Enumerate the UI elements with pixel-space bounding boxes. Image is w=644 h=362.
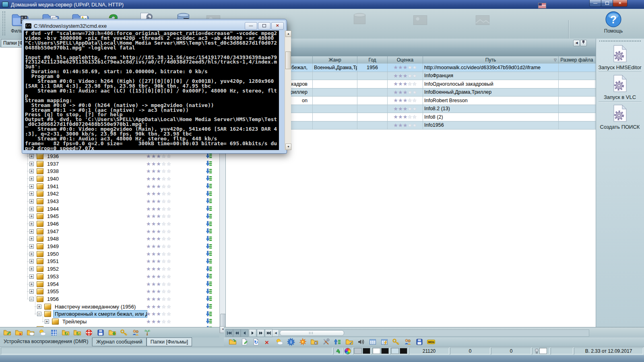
tree-scrollbar-thumb[interactable] (220, 314, 226, 327)
download-icon[interactable] (206, 191, 212, 197)
rating-stars[interactable]: ★★★★★ (146, 251, 171, 257)
rating-stars[interactable]: ★★★★★ (146, 228, 171, 234)
download-icon[interactable] (206, 288, 212, 295)
download-icon[interactable] (206, 206, 212, 212)
filter-icon[interactable]: ▽ (554, 58, 557, 62)
key-icon[interactable] (392, 338, 400, 346)
tree-item[interactable]: 1936★★★★★ (0, 152, 219, 160)
weather-icon[interactable] (38, 329, 46, 337)
cmd-window[interactable]: C:\ C:\Windows\system32\cmd.exe — ✕ f dv… (22, 19, 287, 153)
tools-icon[interactable] (322, 338, 330, 346)
palm-icon[interactable] (143, 329, 151, 337)
rating-stars[interactable]: ★★★★★ (146, 243, 171, 249)
prev-page-button[interactable] (233, 329, 241, 337)
save-icon[interactable] (415, 338, 423, 346)
rating-stars[interactable]: ★★★★★ (388, 113, 423, 121)
download-icon[interactable] (206, 228, 212, 234)
rating-stars[interactable]: ★★★★★ (146, 176, 171, 182)
column-header-size[interactable]: Размер файла (559, 56, 595, 64)
scroll-down-button[interactable]: ▼ (285, 144, 291, 150)
last-record-button[interactable] (265, 329, 272, 337)
column-header-rating[interactable]: Оценка (388, 56, 423, 64)
expand-icon[interactable] (29, 222, 34, 226)
download-icon[interactable] (206, 303, 212, 310)
console-scrollbar[interactable]: ▲ ▼ (285, 31, 291, 150)
panel-grip[interactable] (599, 41, 641, 43)
expand-icon[interactable] (29, 229, 34, 234)
rating-stars[interactable]: ★★★★★ (146, 221, 171, 227)
rating-stars[interactable]: ★★★★★ (146, 206, 171, 212)
column-header-path[interactable]: Путь▽ (423, 56, 559, 64)
download-icon[interactable] (206, 311, 212, 317)
download-icon[interactable] (206, 318, 212, 325)
minimize-button[interactable]: — (589, 0, 601, 7)
burst-icon[interactable] (299, 338, 307, 346)
expand-icon[interactable] (29, 162, 34, 166)
expand-icon[interactable] (29, 184, 34, 189)
delete-icon[interactable]: × (264, 338, 272, 346)
rating-stars[interactable]: ★★★★★ (388, 72, 423, 80)
download-icon[interactable] (206, 168, 212, 175)
rating-stars[interactable]: ★★★★★ (146, 304, 171, 310)
tree-item[interactable]: 1952★★★★★ (0, 265, 219, 273)
tree-item[interactable]: 1955★★★★★ (0, 288, 219, 295)
download-icon[interactable] (206, 175, 212, 182)
tree-item[interactable]: 1945★★★★★ (0, 213, 219, 220)
key-icon[interactable] (120, 329, 128, 337)
rating-stars[interactable]: ★★★★★ (146, 236, 171, 242)
rating-stars[interactable]: ★★★★★ (146, 161, 171, 167)
tree-item[interactable]: 1954★★★★★ (0, 280, 219, 288)
refresh-page-icon[interactable]: ↻ (252, 338, 260, 346)
horizontal-scrollbar[interactable] (279, 329, 589, 337)
sound-icon[interactable] (357, 338, 365, 346)
gear-info-icon[interactable]: i (287, 338, 295, 346)
collapse-icon[interactable] (37, 312, 41, 316)
grid-view-icon[interactable] (369, 338, 377, 346)
next-page-button[interactable] (257, 329, 264, 337)
rating-stars[interactable]: ★★★★★ (388, 64, 423, 72)
column-header-year[interactable]: Год (357, 56, 388, 64)
rating-stars[interactable]: ★★★★★ (388, 97, 423, 105)
launch-hmseditor-button[interactable]: Запуск HMSEditor (597, 44, 643, 70)
create-search-button[interactable]: Создать ПОИСК (597, 104, 643, 130)
download-icon[interactable] (206, 281, 212, 287)
rating-stars[interactable]: ★★★★★ (388, 121, 423, 130)
tree-item[interactable]: 1950★★★★★ (0, 250, 219, 258)
download-icon[interactable] (206, 296, 212, 302)
refresh-folder-icon[interactable]: ↻ (62, 329, 70, 337)
tab-folders-films[interactable]: Папки [Фильмы] (147, 337, 192, 346)
next-record-button[interactable] (249, 329, 256, 337)
tree-item[interactable]: 1953★★★★★ (0, 273, 219, 280)
console-scrollbar-thumb[interactable] (285, 51, 291, 69)
cmd-minimize-button[interactable]: — (245, 22, 257, 30)
users-icon[interactable] (132, 329, 140, 337)
cloud-folder-icon[interactable] (27, 329, 35, 337)
edit-page-icon[interactable] (240, 338, 248, 346)
weather-icon[interactable] (275, 338, 283, 346)
help-button[interactable]: ? Помощь (599, 10, 628, 38)
close-button[interactable]: ✕ (613, 0, 627, 7)
folders-pane-tab[interactable]: Папки [Фильмы] (1, 39, 25, 47)
expand-icon[interactable] (29, 207, 34, 211)
rating-stars[interactable]: ★★★★★ (388, 88, 423, 97)
edit-folder-icon[interactable] (3, 329, 11, 337)
rating-stars[interactable]: ★★★★★ (146, 288, 171, 294)
tab-message-log[interactable]: Журнал сообщений (92, 337, 147, 346)
rating-stars[interactable]: ★★★★★ (146, 183, 171, 189)
expand-icon[interactable] (29, 199, 34, 204)
download-icon[interactable] (206, 183, 212, 189)
delete-folder-icon[interactable]: × (15, 329, 23, 337)
column-header-genre[interactable]: Жанр (313, 56, 357, 64)
expand-icon[interactable] (29, 289, 34, 294)
download-icon[interactable] (206, 251, 212, 257)
tree-item[interactable]: 1943★★★★★ (0, 197, 219, 205)
expand-icon[interactable] (29, 154, 34, 158)
expand-icon[interactable] (29, 252, 34, 256)
tree-item-selected[interactable]: Приговоренный к смерти бежал, или Дух ве… (0, 310, 219, 318)
rating-stars[interactable]: ★★★★★ (388, 105, 423, 113)
tree-item[interactable]: 1949★★★★★ (0, 243, 219, 250)
tree-item[interactable]: 1951★★★★★ (0, 258, 219, 265)
tree-item[interactable]: 1956★★★★★ (0, 295, 219, 303)
download-icon[interactable] (206, 243, 212, 250)
tree-item[interactable]: 1944★★★★★ (0, 205, 219, 213)
